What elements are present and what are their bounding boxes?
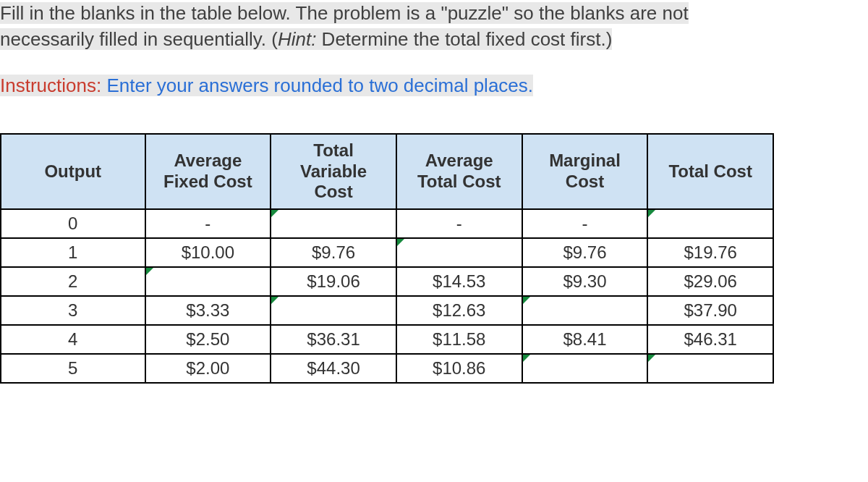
hint-text: Determine the total fixed cost first.) xyxy=(316,28,612,50)
cell-afc: $10.00 xyxy=(145,238,271,267)
header-output: Output xyxy=(1,134,145,209)
header-tvc: Total Variable Cost xyxy=(271,134,396,209)
cell-tc: $46.31 xyxy=(647,325,773,354)
cell-mc-input[interactable] xyxy=(522,296,648,325)
cell-afc: $2.00 xyxy=(145,354,271,383)
cell-atc: - xyxy=(396,209,522,238)
problem-line-1: Fill in the blanks in the table below. T… xyxy=(0,2,689,24)
cell-tvc-input[interactable] xyxy=(271,296,396,325)
table-row: 5$2.00$44.30$10.86 xyxy=(1,354,773,383)
instructions-row: Instructions: Enter your answers rounded… xyxy=(0,75,868,97)
cell-tvc: $9.76 xyxy=(271,238,396,267)
cell-output: 3 xyxy=(1,296,145,325)
cell-atc: $14.53 xyxy=(396,267,522,296)
cell-tvc: $19.06 xyxy=(271,267,396,296)
cell-mc: $9.30 xyxy=(522,267,648,296)
hint-label: Hint: xyxy=(278,28,316,50)
cost-table: Output Average Fixed Cost Total Variable… xyxy=(0,133,774,384)
cell-tc: $37.90 xyxy=(647,296,773,325)
cell-tvc-input[interactable] xyxy=(271,209,396,238)
cell-tvc: $36.31 xyxy=(271,325,396,354)
header-mc: Marginal Cost xyxy=(522,134,648,209)
cell-tc-input[interactable] xyxy=(647,354,773,383)
cell-tc: $29.06 xyxy=(647,267,773,296)
instructions-label: Instructions: xyxy=(0,75,101,96)
cell-mc-input[interactable] xyxy=(522,354,648,383)
cell-output: 1 xyxy=(1,238,145,267)
cell-output: 0 xyxy=(1,209,145,238)
header-tc: Total Cost xyxy=(647,134,773,209)
cell-mc: - xyxy=(522,209,648,238)
table-row: 4$2.50$36.31$11.58$8.41$46.31 xyxy=(1,325,773,354)
table-row: 2$19.06$14.53$9.30$29.06 xyxy=(1,267,773,296)
cell-atc: $10.86 xyxy=(396,354,522,383)
cell-afc: $3.33 xyxy=(145,296,271,325)
table-row: 3$3.33$12.63$37.90 xyxy=(1,296,773,325)
header-atc: Average Total Cost xyxy=(396,134,522,209)
cell-mc: $9.76 xyxy=(522,238,648,267)
problem-statement: Fill in the blanks in the table below. T… xyxy=(0,0,868,53)
cell-atc: $12.63 xyxy=(396,296,522,325)
problem-line-2-prefix: necessarily filled in sequentially. ( xyxy=(0,28,278,50)
cell-output: 2 xyxy=(1,267,145,296)
cell-afc: $2.50 xyxy=(145,325,271,354)
cell-output: 4 xyxy=(1,325,145,354)
table-body: 0---1$10.00$9.76$9.76$19.762$19.06$14.53… xyxy=(1,209,773,383)
cell-atc-input[interactable] xyxy=(396,238,522,267)
cell-tc: $19.76 xyxy=(647,238,773,267)
table-row: 1$10.00$9.76$9.76$19.76 xyxy=(1,238,773,267)
cell-afc: - xyxy=(145,209,271,238)
instructions-text: Enter your answers rounded to two decima… xyxy=(101,75,533,96)
cell-tc-input[interactable] xyxy=(647,209,773,238)
cell-afc-input[interactable] xyxy=(145,267,271,296)
table-row: 0--- xyxy=(1,209,773,238)
cell-mc: $8.41 xyxy=(522,325,648,354)
header-afc: Average Fixed Cost xyxy=(145,134,271,209)
cell-output: 5 xyxy=(1,354,145,383)
cell-atc: $11.58 xyxy=(396,325,522,354)
cell-tvc: $44.30 xyxy=(271,354,396,383)
table-header-row: Output Average Fixed Cost Total Variable… xyxy=(1,134,773,209)
